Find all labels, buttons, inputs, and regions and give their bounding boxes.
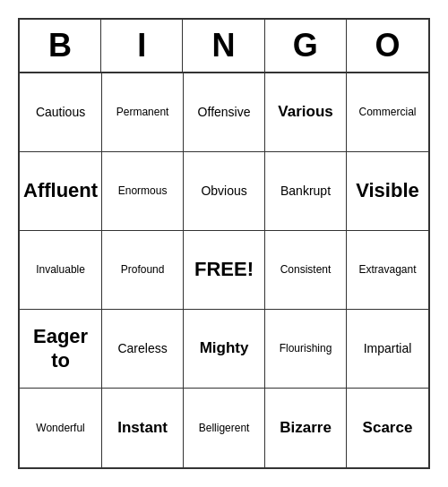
bingo-header: BINGO bbox=[20, 20, 428, 73]
bingo-cell: Enormous bbox=[102, 152, 184, 231]
cell-text: FREE! bbox=[194, 258, 254, 281]
bingo-cell: Wonderful bbox=[20, 389, 102, 467]
bingo-cell: Obvious bbox=[184, 152, 265, 231]
bingo-cell: Permanent bbox=[102, 73, 184, 152]
cell-text: Instant bbox=[117, 419, 168, 437]
cell-text: Flourishing bbox=[280, 342, 332, 355]
cell-text: Bizarre bbox=[280, 419, 332, 437]
bingo-cell: Cautious bbox=[20, 73, 102, 152]
header-letter: O bbox=[347, 20, 428, 72]
bingo-cell: Instant bbox=[102, 389, 184, 467]
bingo-cell: Belligerent bbox=[184, 389, 265, 467]
bingo-cell: Consistent bbox=[265, 231, 347, 310]
cell-text: Impartial bbox=[364, 341, 412, 356]
bingo-cell: Scarce bbox=[347, 389, 428, 467]
bingo-card: BINGO CautiousPermanentOffensiveVariousC… bbox=[18, 18, 430, 469]
cell-text: Scarce bbox=[363, 419, 413, 437]
cell-text: Mighty bbox=[200, 339, 249, 357]
header-letter: I bbox=[101, 20, 183, 72]
cell-text: Permanent bbox=[116, 106, 169, 118]
bingo-cell: Bankrupt bbox=[265, 152, 347, 231]
header-letter: N bbox=[183, 20, 264, 72]
bingo-cell: Affluent bbox=[20, 152, 102, 231]
cell-text: Consistent bbox=[280, 263, 332, 276]
bingo-cell: Eager to bbox=[20, 310, 102, 389]
cell-text: Visible bbox=[356, 179, 419, 202]
bingo-cell: Commercial bbox=[347, 73, 428, 152]
cell-text: Various bbox=[278, 103, 332, 121]
cell-text: Affluent bbox=[23, 179, 98, 202]
bingo-cell: Offensive bbox=[184, 73, 265, 152]
bingo-grid: CautiousPermanentOffensiveVariousCommerc… bbox=[20, 73, 428, 467]
bingo-cell: Profound bbox=[102, 231, 184, 310]
cell-text: Bankrupt bbox=[280, 184, 331, 199]
bingo-cell: Invaluable bbox=[20, 231, 102, 310]
cell-text: Wonderful bbox=[36, 422, 84, 434]
cell-text: Extravagant bbox=[358, 263, 416, 276]
bingo-cell: Visible bbox=[347, 152, 428, 231]
bingo-cell: Bizarre bbox=[265, 389, 347, 467]
bingo-cell: Extravagant bbox=[347, 231, 428, 310]
cell-text: Cautious bbox=[36, 105, 85, 120]
cell-text: Eager to bbox=[23, 325, 98, 372]
cell-text: Careless bbox=[117, 341, 167, 356]
cell-text: Belligerent bbox=[199, 422, 250, 434]
cell-text: Offensive bbox=[198, 105, 251, 120]
bingo-cell: Careless bbox=[102, 310, 184, 389]
bingo-cell: Impartial bbox=[347, 310, 428, 389]
bingo-cell: Various bbox=[265, 73, 347, 152]
cell-text: Profound bbox=[121, 263, 165, 276]
cell-text: Invaluable bbox=[36, 263, 85, 276]
bingo-cell: Flourishing bbox=[265, 310, 347, 389]
header-letter: B bbox=[20, 20, 101, 72]
bingo-cell: Mighty bbox=[184, 310, 265, 389]
header-letter: G bbox=[265, 20, 347, 72]
cell-text: Enormous bbox=[118, 184, 168, 197]
bingo-cell: FREE! bbox=[184, 231, 265, 310]
cell-text: Obvious bbox=[201, 184, 246, 199]
cell-text: Commercial bbox=[359, 106, 417, 118]
